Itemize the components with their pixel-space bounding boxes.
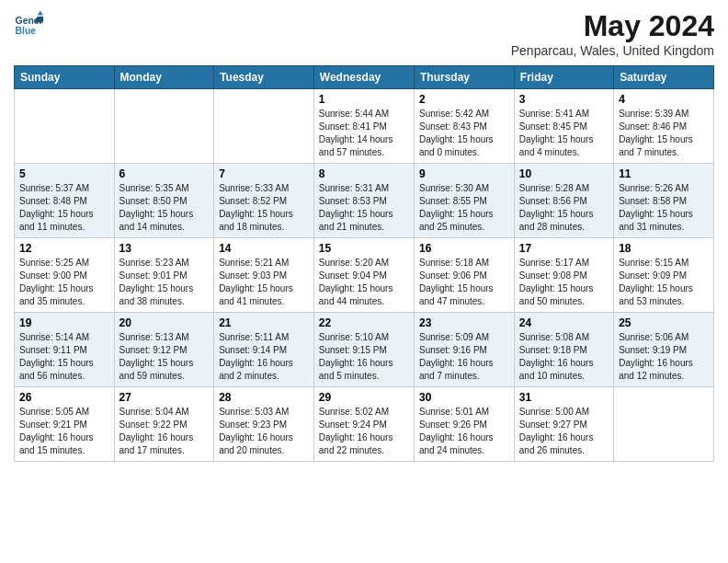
- calendar-cell: 3Sunrise: 5:41 AMSunset: 8:45 PMDaylight…: [514, 89, 613, 164]
- calendar-cell: 14Sunrise: 5:21 AMSunset: 9:03 PMDayligh…: [214, 238, 314, 313]
- calendar-cell: 13Sunrise: 5:23 AMSunset: 9:01 PMDayligh…: [114, 238, 214, 313]
- day-number: 17: [519, 242, 609, 255]
- day-content: Sunrise: 5:39 AMSunset: 8:46 PMDaylight:…: [619, 108, 709, 159]
- day-number: 2: [419, 93, 509, 106]
- day-number: 12: [19, 242, 109, 255]
- calendar-cell: 30Sunrise: 5:01 AMSunset: 9:26 PMDayligh…: [414, 387, 514, 462]
- day-content: Sunrise: 5:01 AMSunset: 9:26 PMDaylight:…: [419, 406, 509, 457]
- day-content: Sunrise: 5:28 AMSunset: 8:56 PMDaylight:…: [519, 182, 609, 234]
- weekday-header-saturday: Saturday: [614, 66, 714, 89]
- day-content: Sunrise: 5:04 AMSunset: 9:22 PMDaylight:…: [119, 406, 210, 457]
- calendar-cell: 21Sunrise: 5:11 AMSunset: 9:14 PMDayligh…: [214, 313, 314, 387]
- day-content: Sunrise: 5:06 AMSunset: 9:19 PMDaylight:…: [619, 331, 709, 383]
- calendar-cell: 23Sunrise: 5:09 AMSunset: 9:16 PMDayligh…: [414, 313, 514, 387]
- calendar-header-row: SundayMondayTuesdayWednesdayThursdayFrid…: [15, 66, 714, 89]
- calendar-cell: 8Sunrise: 5:31 AMSunset: 8:53 PMDaylight…: [313, 164, 414, 238]
- calendar-cell: 12Sunrise: 5:25 AMSunset: 9:00 PMDayligh…: [15, 238, 115, 313]
- calendar-cell: 29Sunrise: 5:02 AMSunset: 9:24 PMDayligh…: [313, 387, 414, 462]
- calendar-cell: 24Sunrise: 5:08 AMSunset: 9:18 PMDayligh…: [514, 313, 613, 387]
- calendar-cell: 20Sunrise: 5:13 AMSunset: 9:12 PMDayligh…: [114, 313, 214, 387]
- day-content: Sunrise: 5:33 AMSunset: 8:52 PMDaylight:…: [219, 182, 309, 234]
- weekday-header-monday: Monday: [114, 66, 214, 89]
- day-number: 5: [19, 167, 109, 180]
- calendar-cell: 1Sunrise: 5:44 AMSunset: 8:41 PMDaylight…: [313, 89, 414, 164]
- day-content: Sunrise: 5:37 AMSunset: 8:48 PMDaylight:…: [19, 182, 109, 234]
- calendar-cell: 17Sunrise: 5:17 AMSunset: 9:08 PMDayligh…: [514, 238, 613, 313]
- day-number: 14: [219, 242, 309, 255]
- day-content: Sunrise: 5:10 AMSunset: 9:15 PMDaylight:…: [319, 331, 409, 383]
- day-number: 18: [619, 242, 709, 255]
- weekday-header-thursday: Thursday: [414, 66, 514, 89]
- weekday-header-tuesday: Tuesday: [214, 66, 314, 89]
- day-number: 30: [419, 391, 509, 404]
- calendar-cell: 11Sunrise: 5:26 AMSunset: 8:58 PMDayligh…: [614, 164, 714, 238]
- day-content: Sunrise: 5:13 AMSunset: 9:12 PMDaylight:…: [119, 331, 210, 383]
- day-number: 31: [519, 391, 609, 404]
- calendar-cell: 15Sunrise: 5:20 AMSunset: 9:04 PMDayligh…: [313, 238, 414, 313]
- calendar-cell: 18Sunrise: 5:15 AMSunset: 9:09 PMDayligh…: [614, 238, 714, 313]
- day-number: 11: [619, 167, 709, 180]
- day-content: Sunrise: 5:23 AMSunset: 9:01 PMDaylight:…: [119, 257, 210, 308]
- calendar-cell: 26Sunrise: 5:05 AMSunset: 9:21 PMDayligh…: [15, 387, 115, 462]
- day-number: 19: [19, 316, 109, 329]
- day-content: Sunrise: 5:42 AMSunset: 8:43 PMDaylight:…: [419, 108, 509, 159]
- day-content: Sunrise: 5:31 AMSunset: 8:53 PMDaylight:…: [319, 182, 409, 234]
- day-content: Sunrise: 5:09 AMSunset: 9:16 PMDaylight:…: [419, 331, 509, 383]
- calendar-cell: 2Sunrise: 5:42 AMSunset: 8:43 PMDaylight…: [414, 89, 514, 164]
- day-number: 13: [119, 242, 210, 255]
- page-header: General Blue May 2024 Penparcau, Wales, …: [14, 9, 714, 58]
- svg-text:Blue: Blue: [16, 26, 37, 36]
- day-content: Sunrise: 5:11 AMSunset: 9:14 PMDaylight:…: [219, 331, 309, 383]
- calendar-cell: 16Sunrise: 5:18 AMSunset: 9:06 PMDayligh…: [414, 238, 514, 313]
- day-number: 4: [619, 93, 709, 106]
- calendar-cell: 27Sunrise: 5:04 AMSunset: 9:22 PMDayligh…: [114, 387, 214, 462]
- day-number: 27: [119, 391, 210, 404]
- day-content: Sunrise: 5:17 AMSunset: 9:08 PMDaylight:…: [519, 257, 609, 308]
- calendar-cell: [214, 89, 314, 164]
- calendar-week-4: 19Sunrise: 5:14 AMSunset: 9:11 PMDayligh…: [15, 313, 714, 387]
- title-block: May 2024 Penparcau, Wales, United Kingdo…: [511, 9, 714, 58]
- day-content: Sunrise: 5:02 AMSunset: 9:24 PMDaylight:…: [319, 406, 409, 457]
- day-content: Sunrise: 5:26 AMSunset: 8:58 PMDaylight:…: [619, 182, 709, 234]
- calendar-cell: [614, 387, 714, 462]
- day-content: Sunrise: 5:21 AMSunset: 9:03 PMDaylight:…: [219, 257, 309, 308]
- calendar-week-1: 1Sunrise: 5:44 AMSunset: 8:41 PMDaylight…: [15, 89, 714, 164]
- day-number: 1: [319, 93, 409, 106]
- day-number: 24: [519, 316, 609, 329]
- calendar-cell: 7Sunrise: 5:33 AMSunset: 8:52 PMDaylight…: [214, 164, 314, 238]
- calendar-cell: 6Sunrise: 5:35 AMSunset: 8:50 PMDaylight…: [114, 164, 214, 238]
- day-number: 6: [119, 167, 210, 180]
- day-number: 3: [519, 93, 609, 106]
- day-number: 21: [219, 316, 309, 329]
- day-content: Sunrise: 5:35 AMSunset: 8:50 PMDaylight:…: [119, 182, 210, 234]
- day-content: Sunrise: 5:00 AMSunset: 9:27 PMDaylight:…: [519, 406, 609, 457]
- day-content: Sunrise: 5:15 AMSunset: 9:09 PMDaylight:…: [619, 257, 709, 308]
- location-subtitle: Penparcau, Wales, United Kingdom: [511, 43, 714, 58]
- day-content: Sunrise: 5:25 AMSunset: 9:00 PMDaylight:…: [19, 257, 109, 308]
- day-content: Sunrise: 5:30 AMSunset: 8:55 PMDaylight:…: [419, 182, 509, 234]
- weekday-header-sunday: Sunday: [15, 66, 115, 89]
- day-number: 10: [519, 167, 609, 180]
- calendar-body: 1Sunrise: 5:44 AMSunset: 8:41 PMDaylight…: [15, 89, 714, 462]
- weekday-header-friday: Friday: [514, 66, 613, 89]
- day-number: 7: [219, 167, 309, 180]
- calendar-cell: 22Sunrise: 5:10 AMSunset: 9:15 PMDayligh…: [313, 313, 414, 387]
- calendar-cell: 28Sunrise: 5:03 AMSunset: 9:23 PMDayligh…: [214, 387, 314, 462]
- calendar-cell: 31Sunrise: 5:00 AMSunset: 9:27 PMDayligh…: [514, 387, 613, 462]
- calendar-cell: 4Sunrise: 5:39 AMSunset: 8:46 PMDaylight…: [614, 89, 714, 164]
- logo-icon: General Blue: [14, 9, 43, 39]
- day-content: Sunrise: 5:03 AMSunset: 9:23 PMDaylight:…: [219, 406, 309, 457]
- day-content: Sunrise: 5:18 AMSunset: 9:06 PMDaylight:…: [419, 257, 509, 308]
- day-content: Sunrise: 5:14 AMSunset: 9:11 PMDaylight:…: [19, 331, 109, 383]
- day-number: 15: [319, 242, 409, 255]
- day-number: 9: [419, 167, 509, 180]
- calendar-cell: 19Sunrise: 5:14 AMSunset: 9:11 PMDayligh…: [15, 313, 115, 387]
- calendar-table: SundayMondayTuesdayWednesdayThursdayFrid…: [14, 65, 714, 462]
- calendar-week-5: 26Sunrise: 5:05 AMSunset: 9:21 PMDayligh…: [15, 387, 714, 462]
- day-content: Sunrise: 5:08 AMSunset: 9:18 PMDaylight:…: [519, 331, 609, 383]
- day-number: 8: [319, 167, 409, 180]
- calendar-cell: [114, 89, 214, 164]
- day-number: 25: [619, 316, 709, 329]
- day-number: 20: [119, 316, 210, 329]
- month-year-title: May 2024: [511, 9, 714, 43]
